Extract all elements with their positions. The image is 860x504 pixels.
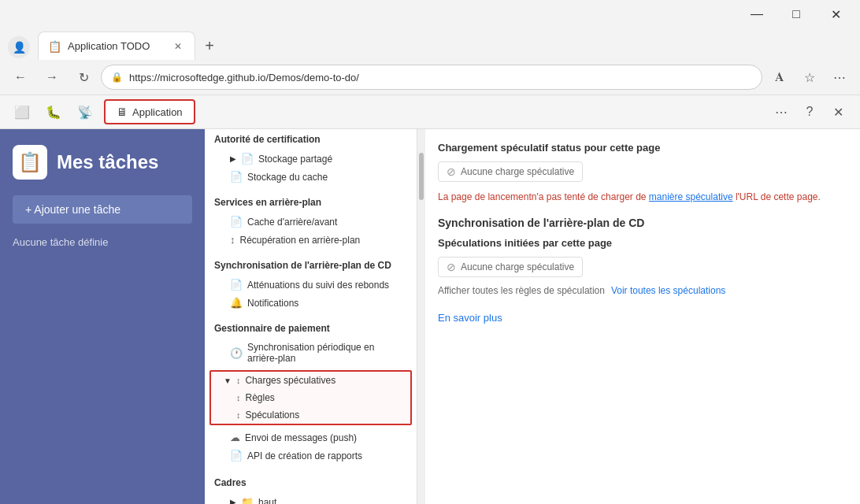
sidebar-section-bg-services: Services en arrière-plan: [205, 192, 417, 213]
learn-more-link[interactable]: En savoir plus: [438, 312, 502, 324]
sidebar-item-bg-fetch[interactable]: ↕ Récupération en arrière-plan: [205, 231, 417, 249]
rules-label: Règles: [246, 392, 275, 403]
speculations-label: Spéculations: [246, 410, 300, 421]
sidebar-section-frames: Cadres: [205, 472, 417, 493]
no-charge-badge-2: ⊘ Aucune charge spéculative: [438, 257, 583, 277]
restore-button[interactable]: □: [778, 2, 814, 27]
tab-favicon: 📋: [48, 40, 61, 53]
sidebar-item-bounce-tracking[interactable]: 📄 Atténuations du suivi des rebonds: [205, 276, 417, 294]
devtools-more-button[interactable]: ⋯: [769, 99, 794, 124]
block-icon-2: ⊘: [447, 261, 456, 273]
bounce-label: Atténuations du suivi des rebonds: [247, 280, 389, 291]
devtools-toolbar-right: ⋯ ? ✕: [769, 99, 851, 124]
chevron-down-icon: ▼: [224, 376, 232, 385]
no-charge-label: Aucune charge spéculative: [461, 166, 574, 177]
address-bar: ← → ↻ 🔒 https://microsoftedge.github.io/…: [0, 60, 860, 94]
bounce-icon: 📄: [230, 279, 243, 291]
reporting-label: API de création de rapports: [247, 450, 362, 461]
app-icon: 📋: [13, 145, 47, 180]
speculative-charges-highlight-box: ▼ ↕ Charges spéculatives ↕ Règles ↕ Spéc…: [209, 370, 412, 425]
sort-icon: ↕: [236, 376, 241, 385]
sync-section-heading: Synchronisation de l'arrière-plan de CD: [438, 217, 847, 229]
scrollbar-thumb: [419, 153, 424, 200]
notifications-icon: 🔔: [230, 297, 243, 309]
application-tab-label: Application: [132, 106, 183, 118]
new-tab-button[interactable]: +: [195, 32, 224, 60]
cache-icon: 📄: [230, 171, 243, 183]
tab-label: Application TODO: [68, 40, 165, 52]
frames-chevron-icon: ▶: [230, 498, 236, 504]
cache-storage-label: Stockage du cache: [247, 172, 328, 183]
speculative-load-heading: Chargement spéculatif status pour cette …: [438, 142, 847, 154]
sidebar-item-rules[interactable]: ↕ Règles: [211, 389, 410, 406]
url-bar[interactable]: 🔒 https://microsoftedge.github.io/Demos/…: [101, 65, 762, 90]
periodic-sync-icon: 🕐: [230, 347, 243, 359]
browser-tab[interactable]: 📋 Application TODO ✕: [38, 32, 195, 60]
application-tab-icon: 🖥: [117, 106, 128, 118]
app-title: 📋 Mes tâches: [13, 145, 158, 180]
frame-label: haut: [258, 497, 276, 505]
back-forward-label: Cache d'arrière/avant: [247, 217, 337, 228]
sidebar-section-payment: Gestionnaire de paiement: [205, 318, 417, 339]
devtools-elements-icon[interactable]: ⬜: [9, 99, 35, 124]
lock-icon: 🔒: [111, 72, 123, 83]
storage-icon: 📄: [241, 153, 254, 165]
sidebar-item-periodic-sync[interactable]: 🕐 Synchronisation périodique en arrière-…: [205, 339, 417, 367]
rules-sort-icon: ↕: [236, 393, 241, 402]
sidebar-item-back-forward[interactable]: 📄 Cache d'arrière/avant: [205, 213, 417, 231]
periodic-sync-label: Synchronisation périodique en arrière-pl…: [247, 342, 407, 364]
sidebar-item-top-frame[interactable]: ▶ 📁 haut: [205, 493, 417, 504]
speculative-charges-label: Charges spéculatives: [245, 375, 335, 386]
info-text-content: La page de lancementn'a pas tenté de cha…: [438, 191, 821, 202]
devtools-application-tab[interactable]: 🖥 Application: [104, 99, 195, 124]
minimize-button[interactable]: —: [739, 2, 775, 27]
no-charge-badge-row: ⊘ Aucune charge spéculative: [438, 161, 847, 182]
tab-close-button[interactable]: ✕: [171, 39, 185, 54]
see-all-speculations-link[interactable]: Voir toutes les spéculations: [611, 285, 725, 296]
sidebar-section-sync: Synchronisation de l'arrière-plan de CD: [205, 255, 417, 276]
speculations-heading: Spéculations initiées par cette page: [438, 237, 847, 249]
add-task-button[interactable]: + Ajouter une tâche: [13, 195, 192, 224]
devtools-toolbar: ⬜ 🐛 📡 🖥 Application ⋯ ? ✕: [0, 94, 860, 129]
more-button[interactable]: ⋯: [825, 63, 854, 91]
sidebar-item-push-messaging[interactable]: ☁ Envoi de messages (push): [205, 428, 417, 447]
speculations-sort-icon: ↕: [236, 410, 241, 420]
refresh-button[interactable]: ↻: [69, 63, 98, 91]
speculative-link[interactable]: manière spéculative: [649, 191, 733, 202]
forward-button[interactable]: →: [38, 63, 66, 91]
sidebar-item-speculations[interactable]: ↕ Spéculations: [211, 406, 410, 424]
sidebar-section-cert: Autorité de certification: [205, 129, 417, 150]
show-all-rules-row: Afficher toutes les règles de spéculatio…: [438, 285, 847, 296]
frame-icon: 📁: [241, 496, 254, 504]
devtools-close-button[interactable]: ✕: [825, 99, 851, 124]
push-icon: ☁: [230, 432, 240, 443]
devtools-network-icon[interactable]: 📡: [72, 99, 98, 124]
sidebar-item-notifications[interactable]: 🔔 Notifications: [205, 294, 417, 312]
window-controls: — □ ✕: [739, 2, 854, 27]
devtools-help-button[interactable]: ?: [797, 99, 822, 124]
back-button[interactable]: ←: [6, 63, 35, 91]
main-layout: 📋 Mes tâches + Ajouter une tâche Aucune …: [0, 129, 860, 504]
notifications-label: Notifications: [247, 298, 298, 309]
no-charge-badge-row-2: ⊘ Aucune charge spéculative: [438, 257, 847, 277]
info-message: La page de lancementn'a pas tenté de cha…: [438, 190, 847, 204]
sidebar-scrollbar[interactable]: [417, 129, 425, 504]
devtools-sidebar: Autorité de certification ▶ 📄 Stockage p…: [205, 129, 417, 504]
title-bar: — □ ✕: [0, 0, 860, 28]
close-button[interactable]: ✕: [817, 2, 854, 27]
show-all-label: Afficher toutes les règles de spéculatio…: [438, 285, 605, 296]
sidebar-item-reporting-api[interactable]: 📄 API de création de rapports: [205, 447, 417, 465]
block-icon: ⊘: [447, 165, 456, 178]
shared-storage-label: Stockage partagé: [258, 154, 332, 165]
favorites-button[interactable]: ☆: [795, 63, 824, 91]
push-label: Envoi de messages (push): [245, 432, 357, 443]
read-aloud-button[interactable]: 𝐀: [765, 63, 794, 91]
bg-fetch-icon: ↕: [230, 234, 235, 246]
no-charge-badge: ⊘ Aucune charge spéculative: [438, 161, 583, 182]
devtools-bug-icon[interactable]: 🐛: [41, 99, 66, 124]
sidebar-item-speculative-charges[interactable]: ▼ ↕ Charges spéculatives: [211, 372, 410, 389]
back-forward-icon: 📄: [230, 216, 243, 228]
address-actions: 𝐀 ☆ ⋯: [765, 63, 854, 91]
sidebar-item-cache-storage[interactable]: 📄 Stockage du cache: [205, 168, 417, 186]
sidebar-item-shared-storage[interactable]: ▶ 📄 Stockage partagé: [205, 150, 417, 168]
